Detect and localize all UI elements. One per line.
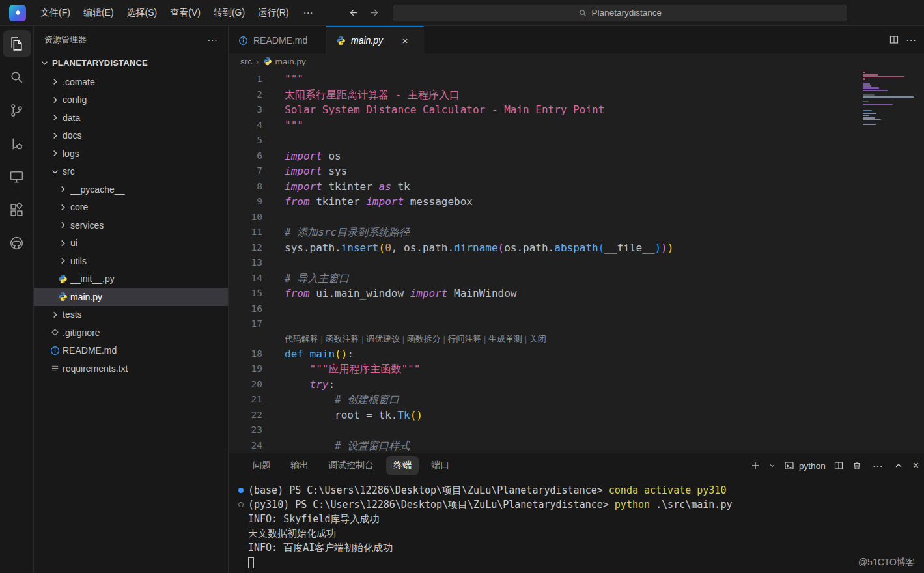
codelens-action-5[interactable]: 生成单测 [488, 334, 522, 344]
panel-more-actions-button[interactable]: ⋯ [870, 460, 886, 472]
watermark: @51CTO博客 [858, 557, 915, 568]
tab-readme-md[interactable]: README.md [229, 26, 326, 53]
tree-item-gitignore[interactable]: .gitignore [34, 324, 228, 342]
tree-item-ui[interactable]: ui [34, 234, 228, 253]
sidebar-title: 资源管理器 [44, 34, 87, 46]
terminal-gutter [234, 555, 248, 569]
chevron-down-icon [38, 58, 51, 68]
codelens-action-1[interactable]: 函数注释 [326, 334, 359, 344]
panel-tab-item[interactable]: 调试控制台 [321, 456, 381, 475]
menubar-more-button[interactable]: ⋯ [296, 4, 321, 22]
split-editor-button[interactable] [889, 35, 899, 45]
command-center-search[interactable]: Planetarydistance [393, 5, 847, 21]
code-line-17: 17 [229, 316, 924, 332]
code-line-24: 24 # 设置窗口样式 [229, 438, 924, 453]
codelens-action-3[interactable]: 函数拆分 [407, 334, 441, 344]
tree-item-readme-md[interactable]: README.md [34, 342, 228, 360]
titlebar-menu-1[interactable]: 编辑(E) [77, 4, 120, 22]
minimap[interactable] [863, 72, 920, 126]
tree-item-main-py[interactable]: main.py [34, 288, 228, 306]
code-text: 太阳系行星距离计算器 - 主程序入口 [285, 87, 460, 103]
activity-extensions-icon[interactable] [3, 196, 31, 223]
panel-tab-item[interactable]: 输出 [283, 456, 316, 475]
titlebar-menu-5[interactable]: 运行(R) [251, 4, 295, 22]
code-line-21: 21 # 创建根窗口 [229, 392, 924, 408]
close-icon[interactable]: × [399, 34, 412, 47]
terminal-output[interactable]: (base) PS C:\Users\12286\Desktop\项目\ZuLu… [229, 478, 924, 573]
kill-terminal-button[interactable] [852, 460, 862, 471]
back-button[interactable] [348, 7, 359, 18]
code-lines: 1"""2太阳系行星距离计算器 - 主程序入口3Solar System Dis… [229, 72, 924, 453]
chevron-down-icon [48, 167, 61, 176]
code-editor[interactable]: 1"""2太阳系行星距离计算器 - 主程序入口3Solar System Dis… [229, 69, 924, 453]
activity-source-control-icon[interactable] [3, 96, 31, 124]
chevron-right-icon [48, 95, 61, 105]
terminal-text [248, 555, 254, 569]
code-text: # 导入主窗口 [285, 271, 349, 286]
titlebar-menu-2[interactable]: 选择(S) [120, 4, 164, 22]
terminal-text: INFO: Skyfield库导入成功 [248, 512, 379, 526]
info-file-icon [48, 346, 61, 356]
close-panel-button[interactable]: × [912, 460, 920, 471]
panel-tab-item[interactable]: 终端 [386, 456, 419, 475]
tree-item-config[interactable]: config [34, 91, 228, 109]
titlebar-menu-0[interactable]: 文件(F) [34, 4, 77, 22]
tree-item-core[interactable]: core [34, 199, 228, 217]
breadcrumb-src[interactable]: src [240, 57, 252, 66]
tree-item-src[interactable]: src [34, 163, 228, 181]
tree-item-init-py[interactable]: __init__.py [34, 270, 228, 288]
codelens-separator: | [400, 334, 407, 344]
new-terminal-button[interactable] [750, 460, 761, 471]
activity-search-icon[interactable] [3, 63, 31, 91]
tree-item-pycache[interactable]: __pycache__ [34, 180, 228, 199]
activity-run-and-debug-icon[interactable] [3, 130, 31, 157]
editor-more-actions-button[interactable]: ⋯ [903, 34, 919, 46]
tree-item-docs[interactable]: docs [34, 127, 228, 145]
breadcrumb-main-py[interactable]: main.py [263, 57, 306, 66]
tab-label: README.md [253, 35, 307, 46]
tree-item-requirements-txt[interactable]: requirements.txt [34, 359, 228, 378]
terminal-text: (base) PS C:\Users\12286\Desktop\项目\ZuLu… [248, 483, 726, 497]
tab-main-py[interactable]: main.py× [326, 26, 424, 53]
terminal-line-5 [234, 555, 924, 569]
tree-item-label: logs [63, 148, 79, 159]
line-number: 4 [229, 118, 262, 133]
code-text: import tkinter as tk [285, 179, 410, 195]
panel-tab-item[interactable]: 端口 [424, 456, 456, 475]
codelens-action-2[interactable]: 调优建议 [366, 334, 400, 344]
forward-button[interactable] [369, 7, 380, 18]
code-line-1: 1""" [229, 72, 924, 87]
chevron-right-icon [48, 113, 61, 122]
activity-github-icon[interactable] [3, 229, 31, 257]
tree-item-label: utils [70, 256, 87, 266]
tree-item-logs[interactable]: logs [34, 145, 228, 163]
line-number: 3 [229, 102, 262, 118]
split-terminal-button[interactable] [833, 460, 844, 471]
code-line-23: 23 [229, 423, 924, 438]
titlebar-menu-4[interactable]: 转到(G) [207, 4, 251, 22]
codelens-action-6[interactable]: 关闭 [529, 334, 546, 344]
tree-item-comate[interactable]: .comate [34, 73, 228, 91]
tree-item-tests[interactable]: tests [34, 306, 228, 324]
panel-tab-item[interactable]: 问题 [245, 456, 278, 475]
terminal-list-item-python[interactable]: python [784, 460, 826, 471]
code-line-10: 10 [229, 210, 924, 225]
tree-root-planetarydistance[interactable]: PLANETARYDISTANCE [34, 53, 228, 72]
codelens-action-0[interactable]: 代码解释 [285, 334, 318, 344]
root-folder-label: PLANETARYDISTANCE [52, 58, 148, 68]
tree-item-utils[interactable]: utils [34, 252, 228, 270]
codelens-action-4[interactable]: 行间注释 [447, 334, 481, 344]
maximize-panel-button[interactable] [893, 460, 904, 471]
code-text: # 创建根窗口 [285, 392, 399, 408]
activity-explorer-icon[interactable] [3, 30, 31, 57]
tree-item-data[interactable]: data [34, 109, 228, 127]
terminal-profile-dropdown[interactable] [768, 462, 776, 469]
code-line-8: 8import tkinter as tk [229, 179, 924, 195]
sidebar-more-actions-button[interactable]: ⋯ [207, 34, 217, 46]
tree-item-services[interactable]: services [34, 216, 228, 234]
titlebar-menu-3[interactable]: 查看(V) [163, 4, 207, 22]
editor-tabs: README.mdmain.py× [229, 26, 424, 53]
tree-item-label: data [63, 113, 80, 123]
activity-remote-explorer-icon[interactable] [3, 163, 31, 190]
python-file-icon [56, 274, 69, 284]
